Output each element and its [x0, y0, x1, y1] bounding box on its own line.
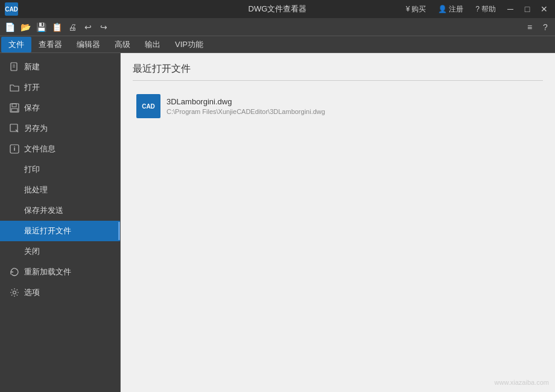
- sidebar-item-savesend[interactable]: 保存并发送: [0, 200, 120, 221]
- sidebar-label-options: 选项: [24, 287, 40, 298]
- file-name: 3DLamborgini.dwg: [166, 97, 325, 106]
- new-file-button[interactable]: 📄: [2, 20, 17, 34]
- info-icon: [10, 144, 19, 154]
- sidebar-item-open[interactable]: 打开: [0, 77, 120, 98]
- open-file-button[interactable]: 📂: [18, 20, 33, 34]
- maximize-button[interactable]: □: [521, 3, 533, 15]
- menu-viewer[interactable]: 查看器: [31, 37, 69, 52]
- yuan-icon: ¥: [406, 5, 410, 13]
- sidebar-label-save: 保存: [24, 103, 40, 113]
- new-file-icon: [10, 62, 19, 72]
- buy-button[interactable]: ¥ 购买: [402, 3, 430, 16]
- sidebar-item-fileinfo[interactable]: 文件信息: [0, 139, 120, 159]
- open-folder-icon: [10, 83, 19, 92]
- sidebar-label-saveas: 另存为: [24, 123, 48, 134]
- sidebar-item-saveas[interactable]: 另存为: [0, 118, 120, 139]
- title-bar-left: CAD: [5, 2, 18, 16]
- watermark: www.xiazaiba.com: [495, 379, 549, 386]
- sidebar-label-savesend: 保存并发送: [24, 205, 63, 216]
- send-icon: [10, 206, 19, 215]
- print-button[interactable]: 🖨: [65, 20, 80, 34]
- redo-icon: ↪: [100, 22, 107, 32]
- print-icon: 🖨: [68, 22, 77, 32]
- sidebar-item-save[interactable]: 保存: [0, 98, 120, 118]
- save-as-button[interactable]: 📋: [49, 20, 64, 34]
- help-circle-icon: ?: [543, 22, 548, 32]
- recent-icon: [10, 226, 19, 236]
- minimize-button[interactable]: ─: [504, 3, 516, 15]
- sidebar-label-batch: 批处理: [24, 185, 48, 195]
- cad-icon-text: CAD: [142, 103, 155, 110]
- menu-editor[interactable]: 编辑器: [69, 37, 107, 52]
- saveas-icon: [10, 124, 19, 133]
- save-icon: 💾: [36, 22, 46, 32]
- content-area: 最近打开文件 CAD 3DLamborgini.dwg C:\Program F…: [121, 53, 555, 392]
- sidebar-label-new: 新建: [24, 62, 40, 72]
- sidebar-label-recent: 最近打开文件: [24, 226, 71, 236]
- close-file-icon: [10, 247, 19, 256]
- save-button[interactable]: 💾: [34, 20, 48, 34]
- undo-button[interactable]: ↩: [81, 20, 95, 34]
- svg-rect-4: [12, 104, 16, 107]
- sidebar-item-batch[interactable]: 批处理: [0, 180, 120, 200]
- main-layout: 新建 打开 保存 另存为 文件信息 打印: [0, 53, 555, 392]
- sidebar-item-recent[interactable]: 最近打开文件: [0, 221, 120, 241]
- app-logo: CAD: [5, 2, 18, 16]
- svg-point-9: [14, 147, 15, 148]
- sidebar-item-close[interactable]: 关闭: [0, 241, 120, 262]
- user-icon: 👤: [438, 5, 447, 13]
- saveas-icon: 📋: [52, 22, 62, 32]
- register-button[interactable]: 👤 注册: [434, 3, 467, 16]
- open-icon: 📂: [21, 22, 31, 32]
- sidebar-label-open: 打开: [24, 82, 40, 93]
- print-sidebar-icon: [10, 165, 19, 174]
- menu-advanced[interactable]: 高级: [107, 37, 138, 52]
- menu-file[interactable]: 文件: [1, 37, 31, 52]
- content-title: 最近打开文件: [133, 63, 543, 81]
- sidebar-item-options[interactable]: 选项: [0, 282, 120, 303]
- title-bar-controls: ¥ 购买 👤 注册 ? 帮助 ─ □ ✕: [402, 3, 550, 16]
- question-icon: ?: [475, 5, 480, 13]
- sidebar: 新建 打开 保存 另存为 文件信息 打印: [0, 53, 121, 392]
- recent-file-item[interactable]: CAD 3DLamborgini.dwg C:\Program Files\Xu…: [133, 89, 543, 123]
- sidebar-label-print: 打印: [24, 164, 40, 175]
- file-icon: CAD: [136, 94, 160, 118]
- help-icon-button[interactable]: ?: [538, 20, 553, 34]
- batch-icon: [10, 185, 19, 195]
- gear-icon: [10, 288, 19, 297]
- sidebar-item-new[interactable]: 新建: [0, 57, 120, 77]
- sidebar-label-fileinfo: 文件信息: [24, 144, 56, 154]
- help-button[interactable]: ? 帮助: [472, 3, 500, 16]
- sidebar-item-print[interactable]: 打印: [0, 159, 120, 180]
- svg-point-10: [13, 291, 16, 294]
- close-button[interactable]: ✕: [538, 3, 550, 15]
- list-icon: ≡: [527, 22, 532, 32]
- menu-output[interactable]: 输出: [138, 37, 168, 52]
- sidebar-label-reload: 重新加载文件: [24, 267, 71, 277]
- toolbar-icons-bar: 📄 📂 💾 📋 🖨 ↩ ↪ ≡ ?: [0, 18, 555, 36]
- new-icon: 📄: [5, 22, 15, 32]
- svg-rect-5: [11, 109, 17, 112]
- save-disk-icon: [10, 103, 19, 113]
- sidebar-label-close: 关闭: [24, 246, 40, 257]
- menu-vip[interactable]: VIP功能: [168, 37, 211, 52]
- sidebar-item-reload[interactable]: 重新加载文件: [0, 262, 120, 282]
- undo-icon: ↩: [84, 22, 92, 32]
- menu-bar: 文件 查看器 编辑器 高级 输出 VIP功能: [0, 36, 555, 53]
- extra-button-1[interactable]: ≡: [522, 20, 537, 34]
- file-path: C:\Program Files\XunjieCADEditor\3DLambo…: [166, 108, 325, 115]
- reload-icon: [10, 267, 19, 277]
- title-bar: CAD DWG文件查看器 ¥ 购买 👤 注册 ? 帮助 ─ □ ✕: [0, 0, 555, 18]
- redo-button[interactable]: ↪: [97, 20, 111, 34]
- title-bar-title: DWG文件查看器: [249, 4, 307, 14]
- file-info: 3DLamborgini.dwg C:\Program Files\Xunjie…: [166, 97, 325, 115]
